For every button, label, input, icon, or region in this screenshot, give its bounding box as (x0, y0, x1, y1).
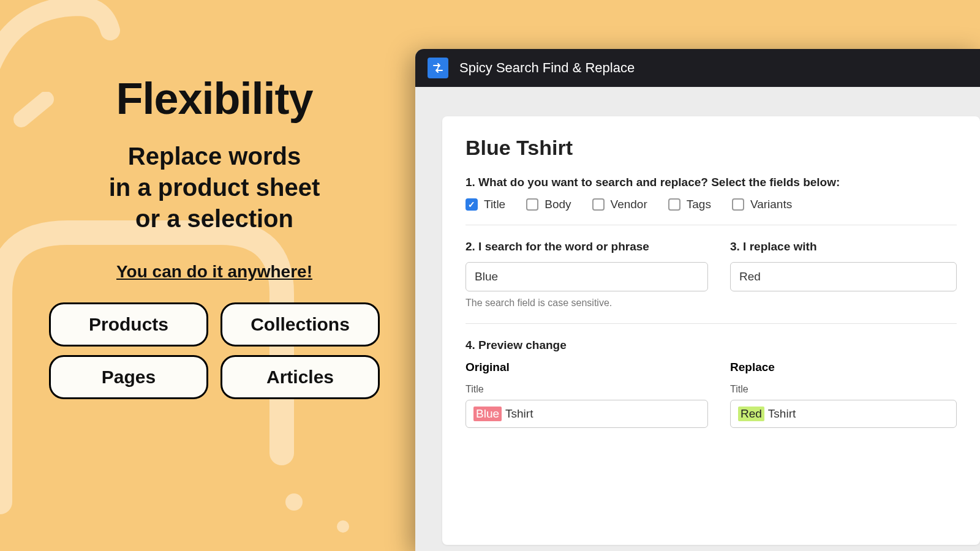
checkbox-title[interactable]: Title (466, 198, 505, 211)
step1-label: 1. What do you want to search and replac… (466, 176, 957, 189)
preview-replace-head: Replace (730, 361, 957, 374)
pill-collections[interactable]: Collections (221, 302, 380, 347)
headline: Flexibility (43, 73, 386, 124)
search-input[interactable] (466, 262, 708, 291)
preview-original-rest: Tshirt (505, 407, 533, 421)
preview-original-head: Original (466, 361, 708, 374)
pill-pages[interactable]: Pages (49, 355, 208, 399)
app-title: Spicy Search Find & Replace (459, 60, 635, 76)
checkbox-tags[interactable]: Tags (668, 198, 711, 211)
highlight-replace: Red (738, 407, 764, 421)
step4-label: 4. Preview change (466, 339, 957, 352)
product-title: Blue Tshirt (466, 136, 957, 160)
svg-point-1 (285, 493, 303, 511)
preview-original-box: Blue Tshirt (466, 400, 708, 428)
preview-replace-field-label: Title (730, 384, 957, 395)
preview-replace-box: Red Tshirt (730, 400, 957, 428)
main-card: Blue Tshirt 1. What do you want to searc… (442, 116, 980, 545)
app-logo-icon (428, 58, 448, 78)
checkbox-body[interactable]: Body (526, 198, 571, 211)
app-header: Spicy Search Find & Replace (415, 49, 980, 87)
svg-point-2 (337, 520, 349, 533)
checkbox-icon (732, 198, 744, 211)
field-checkbox-row: Title Body Vendor Tags Variants (466, 198, 957, 225)
checkbox-icon (466, 198, 478, 211)
checkbox-variants[interactable]: Variants (732, 198, 792, 211)
marketing-panel: Flexibility Replace words in a product s… (43, 73, 386, 399)
preview-replace-rest: Tshirt (768, 407, 796, 421)
anywhere-text: You can do it anywhere! (116, 262, 312, 282)
pill-articles[interactable]: Articles (221, 355, 380, 399)
svg-line-0 (21, 99, 46, 119)
search-hint: The search field is case sensitive. (466, 298, 708, 309)
checkbox-icon (668, 198, 680, 211)
checkbox-icon (526, 198, 538, 211)
checkbox-icon (592, 198, 605, 211)
step3-label: 3. I replace with (730, 240, 957, 253)
checkbox-vendor[interactable]: Vendor (592, 198, 647, 211)
preview-original-field-label: Title (466, 384, 708, 395)
step2-label: 2. I search for the word or phrase (466, 240, 708, 253)
pill-products[interactable]: Products (49, 302, 208, 347)
highlight-original: Blue (473, 407, 502, 421)
subtitle: Replace words in a product sheet or a se… (43, 141, 386, 235)
replace-input[interactable] (730, 262, 957, 291)
app-window: Spicy Search Find & Replace Blue Tshirt … (415, 49, 980, 551)
